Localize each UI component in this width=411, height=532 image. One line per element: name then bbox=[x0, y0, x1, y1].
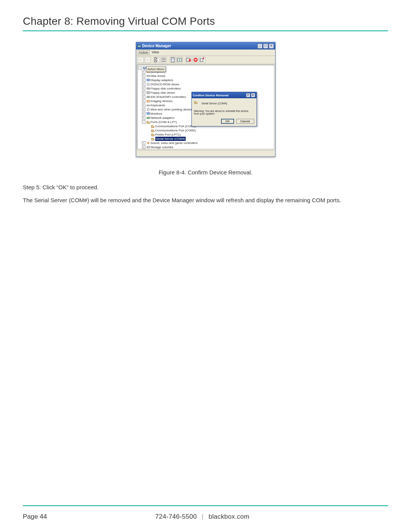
svg-rect-25 bbox=[147, 105, 149, 106]
tree-item-label: DVD/CD-ROM drives bbox=[151, 82, 180, 86]
svg-point-19 bbox=[148, 88, 149, 89]
device-manager-icon bbox=[137, 44, 141, 48]
footer-phone: 724-746-5500 bbox=[155, 513, 197, 520]
svg-rect-3 bbox=[155, 60, 156, 62]
monitor-icon bbox=[147, 112, 150, 115]
figure-caption: Figure 8-4. Confirm Device Removal. bbox=[23, 169, 388, 176]
svg-point-6 bbox=[178, 59, 180, 61]
tree-item[interactable]: +Disk drives bbox=[138, 74, 273, 78]
page-footer: Page 44 724-746-5500 | blackbox.com bbox=[23, 506, 388, 532]
tree-item-label: Network adapters bbox=[151, 116, 175, 120]
tree-item-label: Floppy disk controllers bbox=[151, 86, 181, 91]
tree-item[interactable]: +DVD/CD-ROM drives bbox=[138, 82, 273, 86]
device-manager-titlebar: Device Manager _ □ × bbox=[136, 42, 275, 50]
mouse-icon bbox=[147, 108, 150, 111]
floppy-icon bbox=[147, 91, 150, 94]
toolbar-uninstall-icon[interactable] bbox=[186, 57, 192, 63]
svg-rect-1 bbox=[138, 45, 140, 46]
ok-button[interactable]: OK bbox=[221, 119, 234, 124]
port-icon bbox=[151, 129, 155, 132]
confirm-dialog-title: Confirm Device Removal bbox=[193, 94, 229, 97]
tree-item-label: Serial Server (COM4) bbox=[155, 137, 186, 141]
confirm-device-row: Serial Server (COM4) bbox=[194, 101, 254, 106]
toolbar-scan-icon[interactable] bbox=[177, 57, 183, 63]
port-icon bbox=[151, 125, 155, 128]
dvd-icon bbox=[147, 83, 150, 86]
close-button[interactable]: × bbox=[269, 43, 274, 49]
controller-icon bbox=[147, 87, 150, 90]
chapter-heading-block: Chapter 8: Removing Virtual COM Ports bbox=[23, 15, 388, 31]
tree-item-label: Communications Port (COM2) bbox=[155, 128, 196, 133]
chapter-title: Chapter 8: Removing Virtual COM Ports bbox=[23, 15, 388, 27]
toolbar-list-icon[interactable] bbox=[161, 57, 167, 63]
minimize-button[interactable]: _ bbox=[257, 43, 263, 49]
maximize-button[interactable]: □ bbox=[263, 43, 268, 49]
tree-item-label: Display adapters bbox=[151, 78, 174, 82]
device-tree-panel: − Action Menu + (computer) +Disk drives … bbox=[137, 65, 274, 149]
tree-item[interactable]: Printer Port (LPT1) bbox=[138, 133, 273, 137]
status-bar bbox=[137, 150, 274, 156]
toolbar-back-icon[interactable]: ← bbox=[138, 57, 144, 63]
toolbar-forward-icon[interactable]: → bbox=[145, 57, 151, 63]
tree-item-label: Floppy disk drives bbox=[151, 91, 175, 95]
close-button[interactable]: × bbox=[251, 93, 255, 97]
help-button[interactable]: ? bbox=[246, 93, 250, 97]
confirm-device-removal-dialog: Confirm Device Removal ? × Serial Server… bbox=[191, 92, 257, 126]
footer-separator: | bbox=[199, 513, 207, 520]
display-icon bbox=[147, 78, 150, 82]
page-number: Page 44 bbox=[23, 513, 47, 521]
toolbar-tree-icon[interactable] bbox=[154, 57, 160, 63]
menu-bar: Action View bbox=[136, 50, 275, 56]
port-icon bbox=[151, 133, 155, 136]
tree-item-selected[interactable]: Serial Server (COM4) bbox=[138, 137, 273, 141]
paragraph-text: The Serial Server (COM#) will be removed… bbox=[23, 195, 388, 205]
svg-rect-21 bbox=[147, 92, 149, 93]
cancel-button[interactable]: Cancel bbox=[236, 119, 254, 124]
port-icon bbox=[194, 101, 199, 106]
footer-site: blackbox.com bbox=[209, 513, 250, 520]
svg-point-23 bbox=[148, 97, 149, 97]
toolbar-disable-icon[interactable] bbox=[193, 57, 199, 63]
svg-rect-24 bbox=[147, 101, 149, 102]
footer-center: 724-746-5500 | blackbox.com bbox=[47, 513, 358, 521]
tree-item[interactable]: +Storage volumes bbox=[138, 145, 273, 149]
toolbar-update-icon[interactable] bbox=[199, 57, 206, 63]
tree-item-label: Disk drives bbox=[151, 74, 166, 78]
step-text: Step 5: Click “OK” to proceed. bbox=[23, 182, 388, 192]
tree-item[interactable]: +Display adapters bbox=[138, 78, 273, 82]
tree-item[interactable]: +Sound, video and game controllers bbox=[138, 141, 273, 145]
action-menu-popup[interactable]: Action Menu bbox=[146, 66, 166, 72]
tree-item-label: Mice and other pointing devices bbox=[151, 107, 194, 112]
tree-item[interactable]: +Floppy disk controllers bbox=[138, 86, 273, 91]
sound-icon bbox=[147, 141, 150, 145]
menu-action[interactable]: Action bbox=[138, 50, 150, 55]
svg-rect-27 bbox=[147, 113, 149, 115]
port-icon bbox=[151, 137, 155, 141]
svg-rect-14 bbox=[147, 75, 149, 77]
device-manager-title-text: Device Manager bbox=[142, 44, 171, 48]
confirm-device-name: Serial Server (COM4) bbox=[202, 102, 227, 105]
tree-item-label: Printer Port (LPT1) bbox=[155, 133, 181, 137]
tree-item-label: Sound, video and game controllers bbox=[151, 141, 198, 145]
svg-rect-15 bbox=[147, 79, 149, 81]
svg-rect-11 bbox=[143, 67, 145, 69]
svg-rect-28 bbox=[147, 117, 149, 119]
tree-item-label: Ports (COM & LPT) bbox=[151, 120, 177, 124]
disk-icon bbox=[147, 74, 150, 78]
tree-item-label: Imaging devices bbox=[151, 99, 173, 103]
controller-icon bbox=[147, 95, 150, 99]
figure-container: Device Manager _ □ × Action View ← → bbox=[23, 42, 388, 157]
tree-item-label: Communications Port (COM1) bbox=[155, 124, 196, 128]
tree-item[interactable]: Communications Port (COM2) bbox=[138, 128, 273, 133]
confirm-dialog-body: Serial Server (COM4) Warning: You are ab… bbox=[192, 98, 256, 117]
tree-item-label: IDE ATA/ATAPI controllers bbox=[151, 95, 186, 99]
network-icon bbox=[147, 116, 150, 120]
svg-rect-8 bbox=[189, 59, 191, 62]
svg-rect-12 bbox=[143, 69, 145, 69]
storage-icon bbox=[147, 145, 150, 149]
tree-item-label: Keyboards bbox=[151, 103, 165, 107]
toolbar-properties-icon[interactable] bbox=[170, 57, 176, 63]
confirm-button-row: OK Cancel bbox=[192, 117, 256, 126]
menu-view[interactable]: View bbox=[151, 50, 160, 55]
svg-point-17 bbox=[148, 84, 148, 85]
